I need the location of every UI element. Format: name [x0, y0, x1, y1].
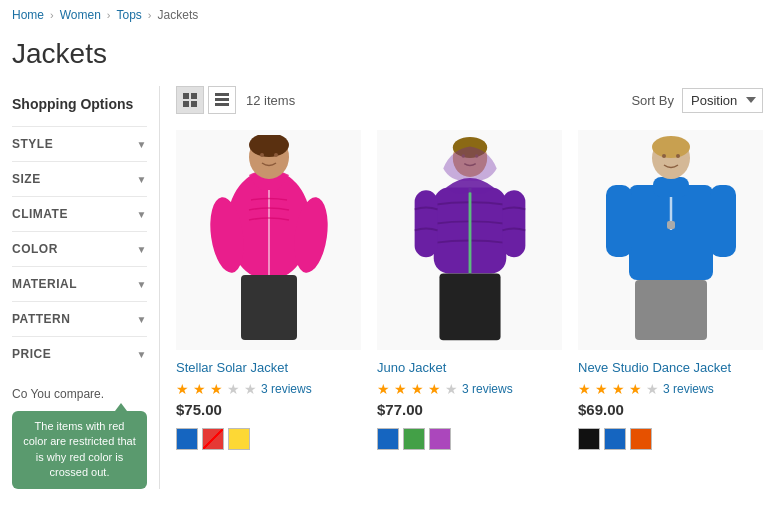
- svg-rect-29: [606, 185, 632, 257]
- rating-stars: ★★★★★ 3 reviews: [377, 381, 562, 397]
- review-link[interactable]: 3 reviews: [462, 382, 513, 396]
- star-icon: ★: [629, 381, 642, 397]
- filter-size: SIZE ▼: [12, 161, 147, 196]
- filter-label-style[interactable]: STYLE ▼: [12, 127, 147, 161]
- color-swatch[interactable]: [202, 428, 224, 450]
- filter-style: STYLE ▼: [12, 126, 147, 161]
- filter-label-climate[interactable]: CLIMATE ▼: [12, 197, 147, 231]
- color-swatch[interactable]: [604, 428, 626, 450]
- star-icon: ★: [428, 381, 441, 397]
- product-name[interactable]: Juno Jacket: [377, 360, 562, 375]
- star-icon: ★: [193, 381, 206, 397]
- rating-stars: ★★★★★ 3 reviews: [578, 381, 763, 397]
- star-icon: ★: [578, 381, 591, 397]
- filter-label-pattern[interactable]: PATTERN ▼: [12, 302, 147, 336]
- product-name[interactable]: Stellar Solar Jacket: [176, 360, 361, 375]
- grid-view-button[interactable]: [176, 86, 204, 114]
- filter-label-text: SIZE: [12, 172, 41, 186]
- filter-label-color[interactable]: COLOR ▼: [12, 232, 147, 266]
- filter-pattern: PATTERN ▼: [12, 301, 147, 336]
- star-icon: ★: [394, 381, 407, 397]
- svg-rect-1: [191, 93, 197, 99]
- product-price: $69.00: [578, 401, 763, 418]
- svg-rect-3: [191, 101, 197, 107]
- svg-rect-27: [667, 221, 675, 229]
- filter-label-text: COLOR: [12, 242, 58, 256]
- list-view-button[interactable]: [208, 86, 236, 114]
- svg-rect-19: [502, 190, 525, 257]
- svg-point-15: [274, 153, 278, 157]
- main-content: 12 items Sort By Position Name Price: [160, 86, 763, 489]
- svg-point-33: [652, 136, 690, 158]
- filter-price: PRICE ▼: [12, 336, 147, 371]
- review-link[interactable]: 3 reviews: [261, 382, 312, 396]
- color-swatches: [578, 428, 763, 450]
- filter-label-price[interactable]: PRICE ▼: [12, 337, 147, 371]
- toolbar: 12 items Sort By Position Name Price: [176, 86, 763, 114]
- filter-label-material[interactable]: MATERIAL ▼: [12, 267, 147, 301]
- product-price: $75.00: [176, 401, 361, 418]
- filter-label-text: PATTERN: [12, 312, 70, 326]
- star-icon: ★: [646, 381, 659, 397]
- star-icon: ★: [244, 381, 257, 397]
- color-swatches: [176, 428, 361, 450]
- color-swatch[interactable]: [176, 428, 198, 450]
- svg-rect-6: [215, 103, 229, 106]
- star-icon: ★: [210, 381, 223, 397]
- breadcrumb-home[interactable]: Home: [12, 8, 44, 22]
- filter-label-text: CLIMATE: [12, 207, 68, 221]
- svg-point-34: [662, 154, 666, 158]
- product-card: Juno Jacket ★★★★★ 3 reviews $77.00: [377, 130, 562, 450]
- compare-suffix: compare.: [54, 387, 104, 401]
- breadcrumb: Home › Women › Tops › Jackets: [0, 0, 763, 30]
- view-toggle: [176, 86, 236, 114]
- filter-label-text: PRICE: [12, 347, 51, 361]
- svg-rect-4: [215, 93, 229, 96]
- color-swatch[interactable]: [429, 428, 451, 450]
- star-icon: ★: [445, 381, 458, 397]
- color-swatch[interactable]: [630, 428, 652, 450]
- chevron-down-icon: ▼: [137, 349, 147, 360]
- filters-container: STYLE ▼ SIZE ▼ CLIMATE ▼ COLOR ▼ MATERIA…: [12, 126, 147, 371]
- filter-climate: CLIMATE ▼: [12, 196, 147, 231]
- rating-stars: ★★★★★ 3 reviews: [176, 381, 361, 397]
- breadcrumb-sep-2: ›: [107, 9, 111, 21]
- sidebar-heading: Shopping Options: [12, 86, 147, 126]
- breadcrumb-sep-1: ›: [50, 9, 54, 21]
- sort-section: Sort By Position Name Price: [631, 88, 763, 113]
- color-swatches: [377, 428, 562, 450]
- color-swatch[interactable]: [403, 428, 425, 450]
- compare-section: Co You compare. The items with red color…: [12, 385, 147, 489]
- sort-select[interactable]: Position Name Price: [682, 88, 763, 113]
- chevron-down-icon: ▼: [137, 244, 147, 255]
- compare-text: You: [30, 387, 50, 401]
- svg-point-35: [676, 154, 680, 158]
- product-card: Stellar Solar Jacket ★★★★★ 3 reviews $75…: [176, 130, 361, 450]
- star-icon: ★: [176, 381, 189, 397]
- breadcrumb-tops[interactable]: Tops: [117, 8, 142, 22]
- chevron-down-icon: ▼: [137, 209, 147, 220]
- svg-rect-2: [183, 101, 189, 107]
- chevron-down-icon: ▼: [137, 174, 147, 185]
- review-link[interactable]: 3 reviews: [663, 382, 714, 396]
- filter-label-size[interactable]: SIZE ▼: [12, 162, 147, 196]
- star-icon: ★: [612, 381, 625, 397]
- product-grid: Stellar Solar Jacket ★★★★★ 3 reviews $75…: [176, 130, 763, 450]
- svg-point-14: [260, 153, 264, 157]
- product-image: [578, 130, 763, 350]
- star-icon: ★: [411, 381, 424, 397]
- star-icon: ★: [595, 381, 608, 397]
- color-swatch[interactable]: [578, 428, 600, 450]
- breadcrumb-sep-3: ›: [148, 9, 152, 21]
- color-swatch[interactable]: [228, 428, 250, 450]
- svg-rect-30: [710, 185, 736, 257]
- svg-rect-0: [183, 93, 189, 99]
- svg-rect-5: [215, 98, 229, 101]
- filter-color: COLOR ▼: [12, 231, 147, 266]
- color-swatch[interactable]: [377, 428, 399, 450]
- svg-rect-20: [439, 273, 500, 340]
- breadcrumb-women[interactable]: Women: [60, 8, 101, 22]
- product-name[interactable]: Neve Studio Dance Jacket: [578, 360, 763, 375]
- svg-rect-11: [241, 275, 297, 340]
- sort-label: Sort By: [631, 93, 674, 108]
